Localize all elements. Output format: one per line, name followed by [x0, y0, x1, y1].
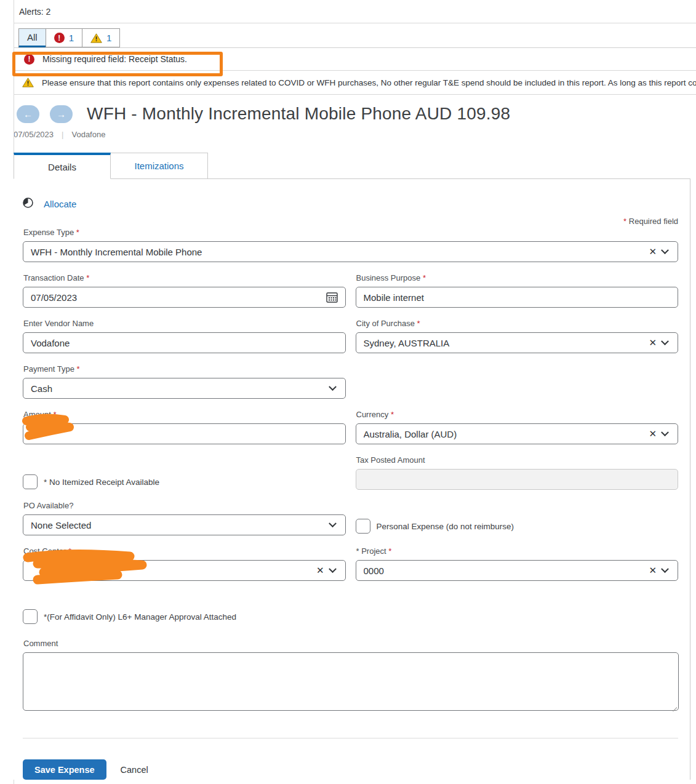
currency-label: Currency *: [356, 410, 679, 419]
payment-type-select[interactable]: Cash: [23, 378, 346, 399]
no-itemized-receipt-checkbox[interactable]: [23, 474, 38, 489]
detail-tabs: Details Itemizations: [14, 153, 696, 178]
clear-icon[interactable]: ✕: [646, 246, 662, 257]
currency-combobox[interactable]: ✕: [356, 423, 679, 444]
alert-tab-all[interactable]: All: [18, 28, 46, 47]
clear-icon[interactable]: ✕: [314, 565, 330, 576]
business-purpose-input[interactable]: [356, 287, 678, 307]
required-asterisk: *: [86, 273, 89, 282]
expense-type-input[interactable]: [23, 242, 646, 262]
error-count: 1: [69, 33, 74, 43]
alert-tab-errors[interactable]: ! 1: [46, 28, 82, 47]
allocate-row: Allocate: [23, 179, 678, 210]
chevron-down-icon[interactable]: [661, 246, 669, 254]
tab-itemizations-label: Itemizations: [134, 161, 183, 171]
transaction-date-label: Transaction Date *: [23, 273, 346, 282]
alert-tab-all-label: All: [27, 32, 38, 42]
po-available-value: None Selected: [23, 520, 330, 530]
project-label: * Project *: [356, 546, 679, 556]
clear-icon[interactable]: ✕: [646, 428, 662, 439]
city-of-purchase-combobox[interactable]: ✕: [356, 332, 679, 353]
next-expense-button[interactable]: →: [50, 105, 73, 123]
warning-icon: [90, 33, 102, 43]
clear-icon[interactable]: ✕: [646, 565, 662, 576]
arrow-left-icon: ←: [23, 109, 33, 119]
expense-date: 07/05/2023: [14, 130, 54, 139]
separator: |: [62, 130, 63, 139]
required-asterisk: *: [76, 228, 79, 237]
business-purpose-label: Business Purpose *: [356, 273, 679, 282]
chevron-down-icon[interactable]: [329, 565, 337, 573]
tab-details-label: Details: [48, 162, 76, 172]
required-asterisk: *: [417, 319, 420, 328]
required-asterisk: *: [391, 410, 394, 419]
vendor-name-input[interactable]: [23, 333, 345, 353]
personal-expense-label: Personal Expense (do not reimburse): [377, 522, 514, 531]
tab-details[interactable]: Details: [14, 153, 111, 179]
city-of-purchase-label: City of Purchase *: [356, 319, 679, 328]
expense-title-bar: ← → WFH - Monthly Incremental Mobile Pho…: [17, 104, 696, 124]
chevron-down-icon[interactable]: [661, 428, 669, 436]
previous-expense-button[interactable]: ←: [17, 105, 39, 123]
tab-itemizations[interactable]: Itemizations: [111, 153, 208, 179]
error-alert-text: Missing required field: Receipt Status.: [42, 54, 187, 64]
business-purpose-field[interactable]: [356, 287, 679, 308]
vendor-name-field[interactable]: [23, 332, 346, 353]
comment-textarea[interactable]: [23, 652, 679, 711]
required-asterisk: *: [423, 273, 426, 282]
error-icon: !: [24, 54, 34, 65]
transaction-date-input[interactable]: [23, 287, 325, 307]
affidavit-label: *(For Affidavit Only) L6+ Manager Approv…: [44, 612, 236, 622]
tax-posted-amount-field: [356, 469, 679, 490]
calendar-icon[interactable]: [325, 292, 339, 303]
expense-type-label: Expense Type *: [23, 228, 678, 237]
amount-label: Amount *: [23, 410, 346, 419]
cost-center-label: Cost Center *: [23, 546, 346, 556]
expense-vendor: Vodafone: [71, 130, 105, 139]
affidavit-checkbox[interactable]: [23, 609, 38, 624]
details-panel: Allocate * Required field Expense Type *…: [14, 178, 690, 780]
personal-expense-checkbox[interactable]: [356, 519, 370, 534]
required-asterisk: *: [388, 546, 391, 556]
affidavit-row: *(For Affidavit Only) L6+ Manager Approv…: [23, 609, 678, 624]
page-title: WFH - Monthly Incremental Mobile Phone A…: [87, 104, 510, 124]
cancel-button[interactable]: Cancel: [121, 765, 148, 775]
amount-input[interactable]: [23, 424, 345, 444]
required-field-note-text: Required field: [629, 217, 678, 226]
chevron-down-icon: [329, 519, 337, 527]
alert-tab-warnings[interactable]: 1: [82, 28, 120, 47]
warning-alert-text: Please ensure that this report contains …: [42, 78, 696, 87]
arrow-right-icon: →: [57, 109, 66, 119]
amount-field[interactable]: [23, 423, 346, 444]
payment-type-label: Payment Type *: [23, 364, 346, 374]
project-combobox[interactable]: ✕: [356, 560, 679, 581]
expense-type-combobox[interactable]: ✕: [23, 241, 678, 262]
po-available-select[interactable]: None Selected: [23, 514, 346, 535]
footer-actions: Save Expense Cancel: [23, 759, 678, 780]
warning-count: 1: [106, 33, 111, 43]
required-field-note: * Required field: [23, 217, 678, 226]
po-available-label: PO Available?: [23, 501, 346, 510]
clear-icon[interactable]: ✕: [646, 337, 662, 348]
currency-input[interactable]: [356, 424, 647, 444]
no-itemized-receipt-label: * No Itemized Receipt Available: [44, 478, 159, 487]
vendor-name-label: Enter Vendor Name: [23, 319, 346, 328]
required-asterisk: *: [77, 364, 80, 374]
cost-center-combobox[interactable]: ✕: [23, 560, 346, 581]
allocate-link[interactable]: Allocate: [44, 199, 76, 209]
warning-icon: [22, 78, 34, 87]
save-expense-button[interactable]: Save Expense: [23, 759, 106, 780]
allocate-pie-icon: [23, 198, 33, 210]
project-input[interactable]: [356, 561, 647, 580]
personal-expense-row: Personal Expense (do not reimburse): [356, 519, 679, 534]
no-itemized-receipt-row: * No Itemized Receipt Available: [23, 474, 346, 489]
chevron-down-icon[interactable]: [661, 337, 669, 345]
warning-alert-row: Please ensure that this report contains …: [14, 71, 696, 95]
payment-type-value: Cash: [23, 383, 330, 394]
chevron-down-icon[interactable]: [661, 565, 669, 573]
expense-subtitle: 07/05/2023 | Vodafone: [14, 130, 696, 139]
city-of-purchase-input[interactable]: [356, 333, 647, 353]
transaction-date-field[interactable]: [23, 287, 346, 308]
cost-center-input[interactable]: [23, 561, 314, 580]
alert-filter-tabs: All ! 1 1: [14, 23, 696, 48]
